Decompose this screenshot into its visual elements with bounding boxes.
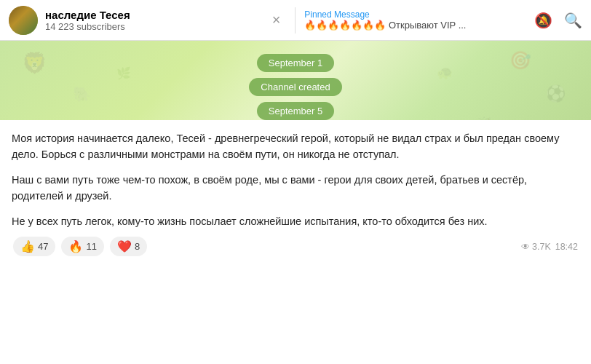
channel-created-badge: Channel created xyxy=(249,78,341,96)
reaction-heart[interactable]: ❤️ 8 xyxy=(110,237,147,256)
message-time: 18:42 xyxy=(555,242,578,252)
message-paragraph-2: Наш с вами путь тоже чем-то похож, в сво… xyxy=(12,172,579,205)
chat-area: 🦁 🐘 🎯 ⚽ 🐢 🌿 🦋 🐸 🐾 🍃 September 1 Channel … xyxy=(0,41,591,364)
date-badge-sep5: September 5 xyxy=(257,102,334,120)
search-icon[interactable]: 🔍 xyxy=(564,12,582,29)
message-text: Моя история начинается далеко, Тесей - д… xyxy=(12,130,579,229)
channel-info: наследие Тесея 14 223 subscribers xyxy=(45,9,266,32)
message-meta: 👁 3.7K 18:42 xyxy=(521,242,578,252)
message-footer: 👍 47 🔥 11 ❤️ 8 👁 3.7K 18:42 xyxy=(12,237,579,256)
heart-emoji: ❤️ xyxy=(117,240,132,253)
heart-count: 8 xyxy=(135,241,140,252)
pinned-message[interactable]: Pinned Message 🔥🔥🔥🔥🔥🔥🔥 Открывают VIP ... xyxy=(304,9,525,31)
reaction-thumbsup[interactable]: 👍 47 xyxy=(13,237,55,256)
channel-avatar[interactable] xyxy=(9,6,38,35)
close-button[interactable]: × xyxy=(266,9,287,31)
message-paragraph-3: Не у всех путь легок, кому-то жизнь посы… xyxy=(12,213,579,229)
date-badge-sep1: September 1 xyxy=(257,54,334,72)
message-bubble: Моя история начинается далеко, Тесей - д… xyxy=(0,120,591,265)
bell-icon[interactable]: 🔕 xyxy=(534,12,552,29)
thumbsup-emoji: 👍 xyxy=(20,240,35,253)
thumbsup-count: 47 xyxy=(38,241,48,252)
pinned-text: 🔥🔥🔥🔥🔥🔥🔥 Открывают VIP ... xyxy=(304,20,523,31)
pinned-label: Pinned Message xyxy=(304,9,525,20)
reaction-fire[interactable]: 🔥 11 xyxy=(61,237,103,256)
views-number: 3.7K xyxy=(532,242,551,252)
header-divider xyxy=(295,7,296,33)
views-count: 👁 3.7K xyxy=(521,242,551,252)
subscribers-count: 14 223 subscribers xyxy=(45,21,266,32)
channel-name: наследие Тесея xyxy=(45,9,266,21)
fire-count: 11 xyxy=(86,241,96,252)
system-messages: September 1 Channel created September 5 xyxy=(0,41,591,120)
header-icons: 🔕 🔍 xyxy=(534,12,582,29)
reactions: 👍 47 🔥 11 ❤️ 8 xyxy=(13,237,147,256)
eye-icon: 👁 xyxy=(521,242,530,252)
fire-emoji: 🔥 xyxy=(68,240,83,253)
chat-header: наследие Тесея 14 223 subscribers × Pinn… xyxy=(0,0,591,41)
message-paragraph-1: Моя история начинается далеко, Тесей - д… xyxy=(12,130,579,163)
